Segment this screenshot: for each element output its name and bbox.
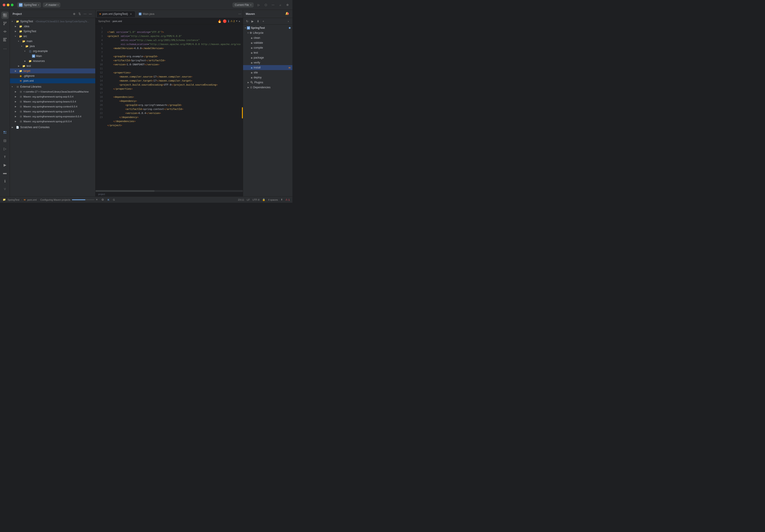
folder-icon: 📁	[19, 30, 23, 33]
statusbar-breadcrumb-project[interactable]: SpringTest	[8, 199, 19, 201]
run-button[interactable]: ▷	[256, 3, 261, 7]
maven-item-site[interactable]: ◉ site	[243, 70, 293, 75]
new-file-button[interactable]: ⊕	[72, 12, 76, 16]
tree-item-spring-beans[interactable]: ▶ ⊟ Maven: org.springframework:spring-be…	[10, 99, 95, 104]
structure-icon[interactable]	[1, 36, 9, 43]
todo-icon[interactable]: T	[1, 153, 9, 160]
indent-settings[interactable]: 4 spaces	[268, 199, 278, 201]
debug-button[interactable]: ⬡	[264, 3, 268, 7]
tree-item-spring-expression[interactable]: ▶ ⊟ Maven: org.springframework:spring-ex…	[10, 114, 95, 119]
current-file-button[interactable]: Current File ▾	[233, 2, 254, 7]
run-config-bottom-icon[interactable]: ▷	[1, 145, 9, 152]
tree-item-gitignore[interactable]: ▶ ◉ .gitignore	[10, 73, 95, 78]
cursor-position[interactable]: 23:11	[238, 199, 244, 201]
search-button[interactable]: ⌕	[278, 3, 283, 7]
terminal-icon[interactable]: ▬	[1, 169, 9, 177]
more-options-button[interactable]: ⋯	[271, 3, 275, 7]
maven-item-lifecycle[interactable]: ▾ ⚙ Lifecycle	[243, 30, 293, 35]
maven-item-install[interactable]: ◉ install m	[243, 65, 293, 70]
encoding[interactable]: UTF-8	[253, 199, 260, 201]
tree-item-test[interactable]: ▶ 📁 test	[10, 64, 95, 69]
maven-item-validate[interactable]: ◉ validate	[243, 40, 293, 45]
tree-arrow: ▾	[18, 40, 21, 42]
tab-close-pom[interactable]: ✕	[129, 12, 133, 16]
tree-item-springtest-root[interactable]: ▾ 📁 SpringTest ~/Desktop/CS/JavaEE/2 Jav…	[10, 19, 95, 24]
close-sidebar-button[interactable]: —	[88, 12, 93, 16]
tab-more-button[interactable]: ⋯	[238, 12, 242, 16]
collapse-all-button[interactable]: ⇅	[77, 12, 82, 16]
run-bottom-icon[interactable]: ▶	[1, 161, 9, 169]
tree-item-springtest-folder[interactable]: ▶ 📁 SpringTest	[10, 29, 95, 34]
maven-add-button[interactable]: +	[261, 19, 266, 23]
tree-item-spring-core[interactable]: ▶ ⊟ Maven: org.springframework:spring-co…	[10, 109, 95, 114]
maven-project-icon: M	[247, 26, 250, 30]
fullscreen-button[interactable]	[11, 4, 14, 6]
maven-item-deploy[interactable]: ◉ deploy	[243, 75, 293, 80]
tab-main-java[interactable]: C Main.java	[136, 11, 157, 17]
branch-selector[interactable]: ⎇ master ▾	[43, 2, 61, 7]
maven-label: clean	[254, 36, 260, 39]
tree-item-spring-context[interactable]: ▶ ⊟ Maven: org.springframework:spring-co…	[10, 104, 95, 109]
tree-item-corretto[interactable]: ▶ ⊟ < corretto-17 > /Users/eve/Library/J…	[10, 89, 95, 94]
tree-item-spring-aop[interactable]: ▶ ⊟ Maven: org.springframework:spring-ao…	[10, 94, 95, 99]
git-bottom-icon[interactable]: ⑂	[1, 186, 9, 193]
tab-pom-xml[interactable]: M pom.xml (SpringTest) ✕	[96, 11, 135, 17]
close-button[interactable]	[3, 4, 5, 6]
project-selector[interactable]: ST SpringTest ▾	[17, 2, 41, 8]
database-icon[interactable]: ⊟	[1, 137, 9, 144]
maven-item-plugins[interactable]: ▶ 🔌 Plugins	[243, 80, 293, 85]
maven-download-button[interactable]: ⬇	[256, 19, 260, 23]
breadcrumb-item[interactable]: SpringTest	[98, 20, 110, 23]
sidebar-settings-button[interactable]: ⋯	[83, 12, 87, 16]
maven-item-springtest[interactable]: ▾ M SpringTest	[243, 25, 293, 30]
maven-item-package[interactable]: ◉ package	[243, 55, 293, 60]
more-tools-icon[interactable]: ⋯	[1, 45, 9, 52]
svg-rect-2	[3, 16, 5, 17]
tree-item-idea[interactable]: ▶ 📁 .idea	[10, 24, 95, 29]
tree-item-scratches[interactable]: ▶ 📄 Scratches and Consoles	[10, 125, 95, 130]
tree-item-org-example[interactable]: ▾ ◫ org.example	[10, 49, 95, 54]
maven-run-button[interactable]: ▶	[250, 19, 255, 23]
maven-item-verify[interactable]: ◉ verify	[243, 60, 293, 65]
tree-item-pom-xml[interactable]: ▶ M pom.xml	[10, 78, 95, 83]
status-folder-icon: 📁	[3, 198, 6, 201]
tree-item-external-libraries[interactable]: ▾ ⊟ External Libraries	[10, 84, 95, 89]
settings-button[interactable]: ⚙	[285, 3, 290, 7]
error-indicator[interactable]: ⚠ 1	[286, 198, 290, 201]
maven-springtest-dot	[289, 27, 291, 29]
vcs-icon[interactable]	[1, 20, 9, 27]
maven-notifications-button[interactable]: 🔔	[285, 12, 290, 16]
maven-item-dependencies[interactable]: ▶ ⊟ Dependencies	[243, 85, 293, 90]
stop-button[interactable]: ✕	[96, 198, 98, 201]
warning-expand-icon[interactable]: ▾	[236, 20, 238, 23]
tree-item-resources[interactable]: ▶ 📁 resources	[10, 59, 95, 64]
tree-item-main[interactable]: ▾ 📂 main	[10, 39, 95, 44]
plugins-icon[interactable]	[1, 129, 9, 136]
warning-up-icon[interactable]: ▴	[239, 20, 240, 23]
deps-icon: ⊟	[250, 86, 252, 89]
upload-icon[interactable]: ⬆	[281, 198, 283, 201]
breadcrumb-item[interactable]: pom.xml	[113, 20, 122, 23]
maven-label: Lifecycle	[253, 31, 264, 34]
tree-label: .gitignore	[23, 74, 34, 78]
maven-item-test[interactable]: ◉ test	[243, 50, 293, 55]
tree-item-java[interactable]: ▾ 📂 java	[10, 44, 95, 49]
maven-expand-button[interactable]: ›	[286, 19, 291, 23]
statusbar-breadcrumb-file[interactable]: pom.xml	[27, 199, 37, 201]
hscroll-thumb[interactable]	[96, 190, 155, 192]
horizontal-scrollbar[interactable]	[96, 190, 243, 192]
commit-icon[interactable]	[1, 28, 9, 35]
tree-item-spring-jcl[interactable]: ▶ ⊟ Maven: org.springframework:spring-jc…	[10, 119, 95, 124]
maven-refresh-button[interactable]: ↻	[245, 19, 249, 23]
maven-item-compile[interactable]: ◉ compile	[243, 45, 293, 50]
minimize-button[interactable]	[7, 4, 9, 6]
tree-item-target[interactable]: ▶ 📁 target	[10, 69, 95, 73]
tree-item-main-java[interactable]: ▶ M Main	[10, 54, 95, 59]
problems-icon[interactable]: ℹ	[1, 178, 9, 185]
code-editor[interactable]: <?xml version="1.0" encoding="UTF-8"?> <…	[105, 24, 241, 190]
maven-item-clean[interactable]: ◉ clean	[243, 35, 293, 40]
project-view-icon[interactable]	[1, 12, 9, 19]
tree-item-src[interactable]: ▾ 📂 src	[10, 34, 95, 39]
maven-status-icon: ⚙	[101, 198, 104, 201]
line-ending[interactable]: LF	[247, 199, 250, 201]
